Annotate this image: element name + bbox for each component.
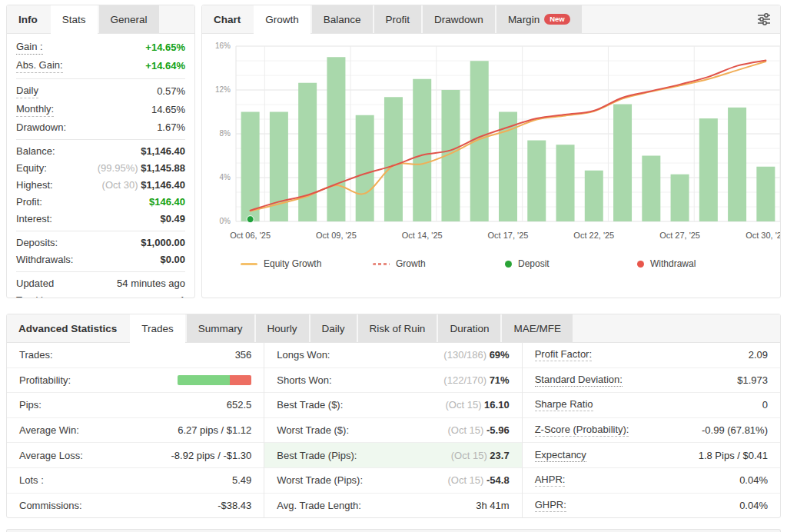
profitability-bar	[178, 375, 251, 385]
row-label: Best Trade ($):	[277, 399, 343, 411]
chart-bar	[298, 83, 317, 221]
table-row-profit-factor: Profit Factor:2.09	[523, 343, 780, 368]
stat-row-abs-gain: Abs. Gain:+14.64%	[16, 57, 185, 75]
table-row-sharpe-ratio: Sharpe Ratio0	[523, 393, 780, 418]
legend-item-equity-growth[interactable]: Equity Growth	[241, 258, 373, 269]
stat-row-gain: Gain :+14.65%	[16, 38, 185, 57]
tab-risk-of-ruin[interactable]: Risk of Ruin	[358, 314, 437, 342]
row-label: Worst Trade ($):	[277, 424, 349, 436]
stats-panel-tabstrip: InfoStatsGeneral	[7, 5, 194, 34]
row-label: Best Trade (Pips):	[277, 450, 357, 461]
chart-settings-sliders-icon[interactable]	[757, 12, 771, 26]
row-label: GHPR:	[535, 499, 566, 512]
table-row-standard-deviation: Standard Deviation:$1.973	[523, 368, 780, 394]
table-row-ghpr: GHPR:0.04%	[523, 494, 780, 518]
chart-bar	[585, 171, 603, 221]
row-label: Trades:	[19, 349, 53, 361]
stat-row-balance: Balance:$1,146.40	[16, 143, 185, 160]
legend-item-growth[interactable]: Growth	[373, 258, 505, 269]
stat-row-equity: Equity:(99.95%) $1,145.88	[16, 160, 185, 177]
chart-bar	[699, 118, 718, 221]
tab-label: Drawdown	[434, 14, 483, 25]
chart-bar	[356, 115, 374, 221]
row-value: (Oct 15) 16.10	[446, 399, 510, 411]
stat-row-deposits: Deposits:$1,000.00	[16, 234, 185, 251]
stat-row-profit: Profit:$146.40	[16, 194, 185, 211]
row-label: Longs Won:	[277, 349, 330, 361]
tab-label: Risk of Ruin	[370, 323, 426, 334]
tab-label: Summary	[198, 323, 243, 334]
tab-daily[interactable]: Daily	[310, 314, 357, 342]
row-label: AHPR:	[535, 474, 566, 487]
stat-group: Balance:$1,146.40Equity:(99.95%) $1,145.…	[16, 140, 185, 231]
stat-group: Updated54 minutes agoTracking1	[16, 272, 185, 298]
tab-drawdown[interactable]: Drawdown	[423, 5, 495, 33]
table-row-average-loss: Average Loss:-8.92 pips / -$1.30	[7, 443, 264, 468]
tab-label: Chart	[214, 14, 241, 25]
stats-column-3: Profit Factor:2.09Standard Deviation:$1.…	[523, 343, 780, 517]
tab-hourly[interactable]: Hourly	[256, 314, 309, 342]
tab-balance[interactable]: Balance	[312, 5, 373, 33]
stat-value: $0.49	[160, 213, 185, 225]
stat-label: Interest:	[16, 213, 52, 225]
stats-list: Gain :+14.65%Abs. Gain:+14.64%Daily0.57%…	[7, 34, 194, 298]
svg-text:Oct 09, '25: Oct 09, '25	[316, 231, 357, 240]
row-value: -0.99 (67.81%)	[702, 424, 768, 436]
row-value: 0.04%	[739, 474, 768, 486]
row-value-context: (Oct 15)	[446, 399, 485, 411]
equity-growth-line-icon	[241, 263, 257, 265]
tab-general[interactable]: General	[99, 5, 159, 33]
row-value-context: (122/170)	[443, 374, 489, 386]
chart-bar	[671, 175, 689, 221]
tab-label: Advanced Statistics	[18, 323, 117, 334]
row-value: -$38.43	[218, 500, 251, 511]
row-value: 2.09	[749, 349, 768, 361]
row-value: 3h 41m	[476, 500, 509, 511]
row-value: 0	[762, 399, 768, 411]
tab-label: Hourly	[267, 323, 297, 334]
chart-bar	[728, 108, 746, 221]
stat-row-withdrawals: Withdrawals:$0.00	[16, 251, 185, 268]
tab-growth[interactable]: Growth	[254, 5, 310, 33]
tab-duration[interactable]: Duration	[438, 314, 500, 342]
row-value: 1.8 Pips / $0.41	[699, 450, 768, 461]
stat-value: $0.00	[160, 254, 185, 266]
row-value: (Oct 15) -54.8	[447, 474, 509, 486]
growth-chart[interactable]: 0%4%8%12%16%Oct 06, '25Oct 09, '25Oct 14…	[202, 35, 781, 249]
tab-label: Trades	[141, 323, 174, 334]
tab-profit[interactable]: Profit	[374, 5, 422, 33]
chart-bar	[241, 112, 260, 222]
stat-label: Highest:	[16, 179, 53, 191]
table-row-z-score-probability: Z-Score (Probability):-0.99 (67.81%)	[523, 418, 780, 444]
growth-line-icon	[373, 263, 390, 265]
legend-item-deposit[interactable]: Deposit	[505, 258, 637, 269]
tab-mae-mfe[interactable]: MAE/MFE	[502, 314, 573, 342]
tab-trades[interactable]: Trades	[130, 314, 185, 342]
table-row-trades: Trades:356	[7, 343, 264, 368]
next-widget-top-edge	[6, 529, 781, 532]
top-row: InfoStatsGeneral Gain :+14.65%Abs. Gain:…	[6, 5, 781, 298]
row-value: 6.27 pips / $1.12	[178, 424, 251, 436]
row-value: 0.04%	[739, 500, 768, 511]
table-row-worst-trade-pips: Worst Trade (Pips):(Oct 15) -54.8	[264, 468, 521, 494]
row-label: Z-Score (Probability):	[535, 424, 629, 437]
chart-panel: ChartGrowthBalanceProfitDrawdownMarginNe…	[201, 5, 781, 298]
row-value: (122/170) 71%	[443, 374, 509, 386]
table-row-worst-trade: Worst Trade ($):(Oct 15) -5.96	[264, 418, 521, 444]
y-axis-labels: 0%4%8%12%16%	[215, 42, 231, 225]
tab-summary[interactable]: Summary	[187, 314, 254, 342]
trades-statistics-table: Trades:356Profitability:Pips:652.5Averag…	[7, 343, 780, 517]
tab-label: Info	[18, 14, 38, 25]
stat-label: Withdrawals:	[16, 254, 73, 266]
chart-bar	[384, 97, 403, 221]
stat-label: Abs. Gain:	[16, 59, 63, 73]
row-label: Average Loss:	[19, 450, 83, 461]
tab-margin[interactable]: MarginNew	[496, 5, 582, 33]
tab-stats[interactable]: Stats	[51, 5, 98, 33]
growth-chart-area[interactable]: 0%4%8%12%16%Oct 06, '25Oct 09, '25Oct 14…	[202, 34, 780, 276]
deposit-marker[interactable]	[247, 216, 254, 223]
tab-label: Stats	[62, 14, 86, 25]
legend-item-withdrawal[interactable]: Withdrawal	[637, 258, 769, 269]
stat-value: 14.65%	[151, 104, 185, 116]
svg-text:8%: 8%	[220, 129, 231, 138]
